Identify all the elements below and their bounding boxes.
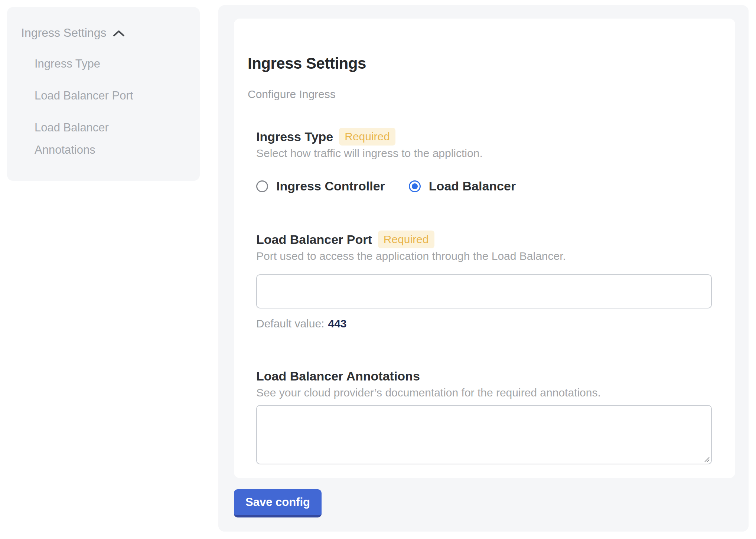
ingress-type-radio-group: Ingress Controller Load Balancer [256, 179, 712, 193]
main-panel: Ingress Settings Configure Ingress Ingre… [218, 5, 749, 532]
default-value: 443 [328, 317, 346, 331]
section-heading-load-balancer-port: Load Balancer Port [256, 231, 372, 248]
section-heading-row: Ingress Type Required [256, 128, 712, 146]
radio-load-balancer[interactable]: Load Balancer [409, 179, 516, 193]
section-description: Select how traffic will ingress to the a… [256, 146, 712, 160]
sidebar-item-ingress-type[interactable]: Ingress Type [21, 53, 170, 75]
ingress-settings-card: Ingress Settings Configure Ingress Ingre… [234, 19, 735, 478]
resize-handle-icon[interactable] [703, 455, 710, 463]
sidebar-nav: Ingress Settings Ingress Type Load Balan… [7, 7, 200, 181]
default-value-label: Default value: [256, 317, 324, 331]
sidebar-items: Ingress Type Load Balancer Port Load Bal… [21, 53, 189, 161]
page-subtitle: Configure Ingress [248, 88, 712, 101]
section-heading-load-balancer-annotations: Load Balancer Annotations [256, 367, 420, 385]
section-load-balancer-annotations: Load Balancer Annotations See your cloud… [256, 367, 712, 464]
sidebar-group-label: Ingress Settings [21, 26, 106, 39]
section-heading-row: Load Balancer Port Required [256, 231, 712, 248]
load-balancer-port-input[interactable] [256, 274, 712, 308]
section-ingress-type: Ingress Type Required Select how traffic… [256, 128, 712, 193]
sidebar-item-load-balancer-annotations[interactable]: Load Balancer Annotations [21, 117, 170, 161]
radio-label: Ingress Controller [276, 179, 385, 193]
load-balancer-annotations-textarea[interactable] [256, 405, 712, 464]
save-config-button[interactable]: Save config [234, 489, 322, 517]
sidebar-item-load-balancer-port[interactable]: Load Balancer Port [21, 85, 170, 107]
radio-selected-icon [409, 180, 421, 192]
chevron-up-icon [113, 30, 125, 37]
section-heading-ingress-type: Ingress Type [256, 128, 333, 146]
section-description: See your cloud provider’s documentation … [256, 386, 712, 400]
radio-unselected-icon [256, 180, 268, 192]
section-heading-row: Load Balancer Annotations [256, 367, 712, 385]
sidebar-group-ingress-settings[interactable]: Ingress Settings [21, 26, 189, 39]
required-badge: Required [339, 128, 395, 146]
page-title: Ingress Settings [248, 55, 712, 72]
radio-ingress-controller[interactable]: Ingress Controller [256, 179, 385, 193]
section-description: Port used to access the application thro… [256, 249, 712, 263]
radio-label: Load Balancer [429, 179, 516, 193]
default-value-line: Default value: 443 [256, 317, 712, 331]
required-badge: Required [378, 231, 434, 248]
section-load-balancer-port: Load Balancer Port Required Port used to… [256, 231, 712, 331]
annotations-textarea-wrap [256, 405, 712, 464]
